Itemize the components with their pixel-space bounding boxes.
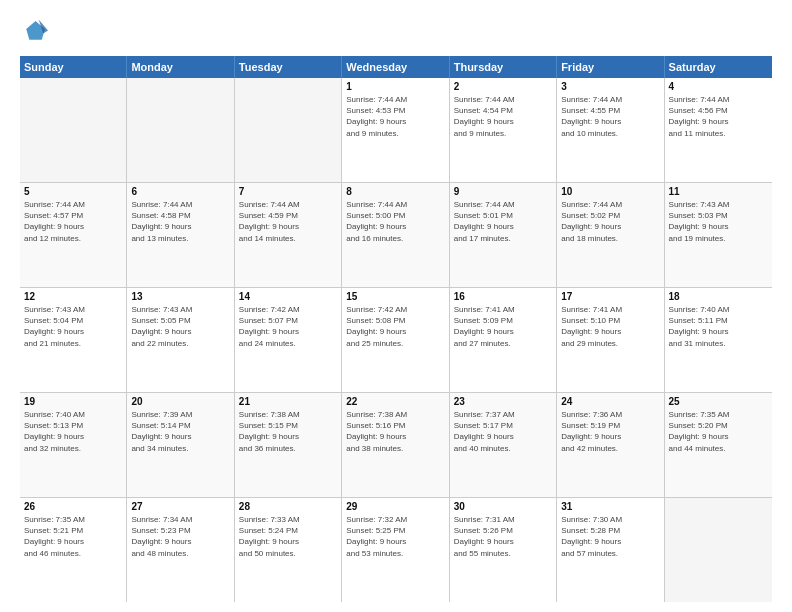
cal-cell: 30Sunrise: 7:31 AM Sunset: 5:26 PM Dayli… bbox=[450, 498, 557, 602]
cal-cell: 27Sunrise: 7:34 AM Sunset: 5:23 PM Dayli… bbox=[127, 498, 234, 602]
calendar-body: 1Sunrise: 7:44 AM Sunset: 4:53 PM Daylig… bbox=[20, 78, 772, 602]
day-number: 23 bbox=[454, 396, 552, 407]
day-number: 11 bbox=[669, 186, 768, 197]
cell-detail: Sunrise: 7:40 AM Sunset: 5:11 PM Dayligh… bbox=[669, 304, 768, 349]
logo bbox=[20, 18, 52, 46]
cal-cell: 17Sunrise: 7:41 AM Sunset: 5:10 PM Dayli… bbox=[557, 288, 664, 392]
cell-detail: Sunrise: 7:44 AM Sunset: 5:01 PM Dayligh… bbox=[454, 199, 552, 244]
cell-detail: Sunrise: 7:42 AM Sunset: 5:08 PM Dayligh… bbox=[346, 304, 444, 349]
cell-detail: Sunrise: 7:35 AM Sunset: 5:21 PM Dayligh… bbox=[24, 514, 122, 559]
day-number: 29 bbox=[346, 501, 444, 512]
cell-detail: Sunrise: 7:44 AM Sunset: 4:54 PM Dayligh… bbox=[454, 94, 552, 139]
cell-detail: Sunrise: 7:31 AM Sunset: 5:26 PM Dayligh… bbox=[454, 514, 552, 559]
week-row-2: 5Sunrise: 7:44 AM Sunset: 4:57 PM Daylig… bbox=[20, 183, 772, 288]
day-number: 18 bbox=[669, 291, 768, 302]
week-row-1: 1Sunrise: 7:44 AM Sunset: 4:53 PM Daylig… bbox=[20, 78, 772, 183]
cal-cell: 24Sunrise: 7:36 AM Sunset: 5:19 PM Dayli… bbox=[557, 393, 664, 497]
week-row-3: 12Sunrise: 7:43 AM Sunset: 5:04 PM Dayli… bbox=[20, 288, 772, 393]
day-number: 4 bbox=[669, 81, 768, 92]
cal-cell bbox=[127, 78, 234, 182]
cal-cell: 2Sunrise: 7:44 AM Sunset: 4:54 PM Daylig… bbox=[450, 78, 557, 182]
header-cell-sunday: Sunday bbox=[20, 56, 127, 78]
day-number: 31 bbox=[561, 501, 659, 512]
day-number: 19 bbox=[24, 396, 122, 407]
cell-detail: Sunrise: 7:44 AM Sunset: 4:57 PM Dayligh… bbox=[24, 199, 122, 244]
cal-cell: 3Sunrise: 7:44 AM Sunset: 4:55 PM Daylig… bbox=[557, 78, 664, 182]
cell-detail: Sunrise: 7:34 AM Sunset: 5:23 PM Dayligh… bbox=[131, 514, 229, 559]
day-number: 5 bbox=[24, 186, 122, 197]
cell-detail: Sunrise: 7:37 AM Sunset: 5:17 PM Dayligh… bbox=[454, 409, 552, 454]
day-number: 6 bbox=[131, 186, 229, 197]
cal-cell: 4Sunrise: 7:44 AM Sunset: 4:56 PM Daylig… bbox=[665, 78, 772, 182]
day-number: 16 bbox=[454, 291, 552, 302]
week-row-5: 26Sunrise: 7:35 AM Sunset: 5:21 PM Dayli… bbox=[20, 498, 772, 602]
week-row-4: 19Sunrise: 7:40 AM Sunset: 5:13 PM Dayli… bbox=[20, 393, 772, 498]
day-number: 17 bbox=[561, 291, 659, 302]
day-number: 28 bbox=[239, 501, 337, 512]
header-cell-tuesday: Tuesday bbox=[235, 56, 342, 78]
cal-cell bbox=[235, 78, 342, 182]
cal-cell: 1Sunrise: 7:44 AM Sunset: 4:53 PM Daylig… bbox=[342, 78, 449, 182]
cell-detail: Sunrise: 7:30 AM Sunset: 5:28 PM Dayligh… bbox=[561, 514, 659, 559]
cal-cell: 31Sunrise: 7:30 AM Sunset: 5:28 PM Dayli… bbox=[557, 498, 664, 602]
cal-cell: 7Sunrise: 7:44 AM Sunset: 4:59 PM Daylig… bbox=[235, 183, 342, 287]
day-number: 25 bbox=[669, 396, 768, 407]
cell-detail: Sunrise: 7:44 AM Sunset: 4:59 PM Dayligh… bbox=[239, 199, 337, 244]
cal-cell: 10Sunrise: 7:44 AM Sunset: 5:02 PM Dayli… bbox=[557, 183, 664, 287]
cell-detail: Sunrise: 7:44 AM Sunset: 4:55 PM Dayligh… bbox=[561, 94, 659, 139]
day-number: 7 bbox=[239, 186, 337, 197]
day-number: 20 bbox=[131, 396, 229, 407]
cell-detail: Sunrise: 7:43 AM Sunset: 5:04 PM Dayligh… bbox=[24, 304, 122, 349]
header-cell-saturday: Saturday bbox=[665, 56, 772, 78]
cal-cell: 15Sunrise: 7:42 AM Sunset: 5:08 PM Dayli… bbox=[342, 288, 449, 392]
day-number: 24 bbox=[561, 396, 659, 407]
cal-cell: 12Sunrise: 7:43 AM Sunset: 5:04 PM Dayli… bbox=[20, 288, 127, 392]
day-number: 27 bbox=[131, 501, 229, 512]
cal-cell bbox=[20, 78, 127, 182]
day-number: 12 bbox=[24, 291, 122, 302]
cell-detail: Sunrise: 7:43 AM Sunset: 5:03 PM Dayligh… bbox=[669, 199, 768, 244]
cell-detail: Sunrise: 7:41 AM Sunset: 5:10 PM Dayligh… bbox=[561, 304, 659, 349]
cell-detail: Sunrise: 7:44 AM Sunset: 5:02 PM Dayligh… bbox=[561, 199, 659, 244]
cell-detail: Sunrise: 7:35 AM Sunset: 5:20 PM Dayligh… bbox=[669, 409, 768, 454]
header bbox=[20, 18, 772, 46]
header-cell-friday: Friday bbox=[557, 56, 664, 78]
cal-cell: 6Sunrise: 7:44 AM Sunset: 4:58 PM Daylig… bbox=[127, 183, 234, 287]
cal-cell: 19Sunrise: 7:40 AM Sunset: 5:13 PM Dayli… bbox=[20, 393, 127, 497]
cell-detail: Sunrise: 7:44 AM Sunset: 5:00 PM Dayligh… bbox=[346, 199, 444, 244]
cell-detail: Sunrise: 7:44 AM Sunset: 4:58 PM Dayligh… bbox=[131, 199, 229, 244]
header-cell-wednesday: Wednesday bbox=[342, 56, 449, 78]
cal-cell: 13Sunrise: 7:43 AM Sunset: 5:05 PM Dayli… bbox=[127, 288, 234, 392]
cal-cell: 28Sunrise: 7:33 AM Sunset: 5:24 PM Dayli… bbox=[235, 498, 342, 602]
day-number: 3 bbox=[561, 81, 659, 92]
page: SundayMondayTuesdayWednesdayThursdayFrid… bbox=[0, 0, 792, 612]
calendar-header: SundayMondayTuesdayWednesdayThursdayFrid… bbox=[20, 56, 772, 78]
day-number: 15 bbox=[346, 291, 444, 302]
day-number: 14 bbox=[239, 291, 337, 302]
cell-detail: Sunrise: 7:36 AM Sunset: 5:19 PM Dayligh… bbox=[561, 409, 659, 454]
day-number: 21 bbox=[239, 396, 337, 407]
cell-detail: Sunrise: 7:33 AM Sunset: 5:24 PM Dayligh… bbox=[239, 514, 337, 559]
cal-cell: 21Sunrise: 7:38 AM Sunset: 5:15 PM Dayli… bbox=[235, 393, 342, 497]
day-number: 9 bbox=[454, 186, 552, 197]
cell-detail: Sunrise: 7:41 AM Sunset: 5:09 PM Dayligh… bbox=[454, 304, 552, 349]
cell-detail: Sunrise: 7:40 AM Sunset: 5:13 PM Dayligh… bbox=[24, 409, 122, 454]
cal-cell: 23Sunrise: 7:37 AM Sunset: 5:17 PM Dayli… bbox=[450, 393, 557, 497]
cell-detail: Sunrise: 7:42 AM Sunset: 5:07 PM Dayligh… bbox=[239, 304, 337, 349]
day-number: 10 bbox=[561, 186, 659, 197]
cal-cell: 8Sunrise: 7:44 AM Sunset: 5:00 PM Daylig… bbox=[342, 183, 449, 287]
cal-cell: 16Sunrise: 7:41 AM Sunset: 5:09 PM Dayli… bbox=[450, 288, 557, 392]
cal-cell: 14Sunrise: 7:42 AM Sunset: 5:07 PM Dayli… bbox=[235, 288, 342, 392]
cal-cell: 20Sunrise: 7:39 AM Sunset: 5:14 PM Dayli… bbox=[127, 393, 234, 497]
cal-cell: 25Sunrise: 7:35 AM Sunset: 5:20 PM Dayli… bbox=[665, 393, 772, 497]
day-number: 22 bbox=[346, 396, 444, 407]
logo-icon bbox=[20, 18, 48, 46]
cal-cell: 5Sunrise: 7:44 AM Sunset: 4:57 PM Daylig… bbox=[20, 183, 127, 287]
cal-cell: 22Sunrise: 7:38 AM Sunset: 5:16 PM Dayli… bbox=[342, 393, 449, 497]
day-number: 30 bbox=[454, 501, 552, 512]
cal-cell bbox=[665, 498, 772, 602]
cell-detail: Sunrise: 7:43 AM Sunset: 5:05 PM Dayligh… bbox=[131, 304, 229, 349]
header-cell-thursday: Thursday bbox=[450, 56, 557, 78]
cell-detail: Sunrise: 7:32 AM Sunset: 5:25 PM Dayligh… bbox=[346, 514, 444, 559]
day-number: 1 bbox=[346, 81, 444, 92]
